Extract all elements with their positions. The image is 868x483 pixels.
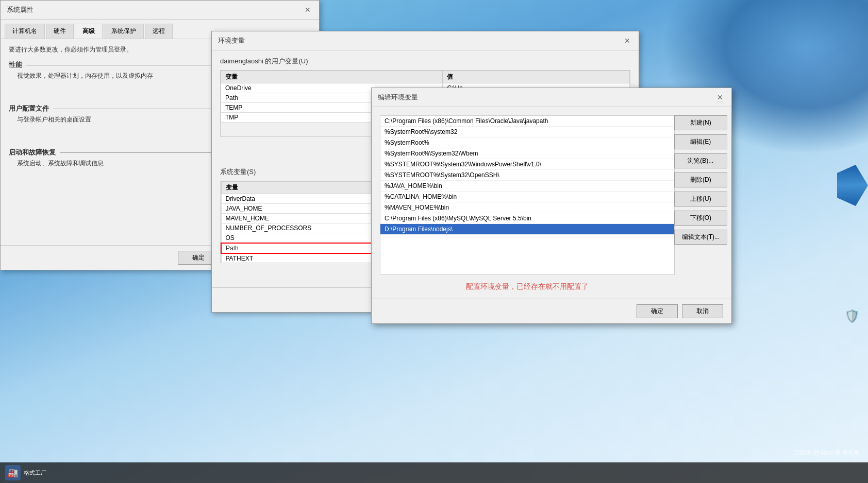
edit-env-path-item[interactable]: %MAVEN_HOME%\bin [380, 202, 674, 213]
tab-hardware[interactable]: 硬件 [46, 24, 74, 39]
edit-env-list[interactable]: C:\Program Files (x86)\Common Files\Orac… [380, 115, 675, 275]
system-props-title: 系统属性 [7, 5, 34, 14]
env-title: 环境变量 [218, 36, 245, 45]
edit-env-edit-button[interactable]: 编辑(E) [674, 134, 727, 149]
edit-env-path-item[interactable]: %SystemRoot% [380, 137, 674, 148]
edit-env-path-item[interactable]: %JAVA_HOME%\bin [380, 181, 674, 192]
watermark: CSDN @Java-呆萌老师 [794, 449, 860, 457]
taskbar-factory-label: 格式工厂 [24, 469, 46, 477]
annotation-text: 配置环境变量，已经存在就不用配置了 [380, 279, 675, 295]
tab-advanced[interactable]: 高级 [75, 24, 103, 39]
tab-remote[interactable]: 远程 [145, 24, 173, 39]
edit-env-edittext-button[interactable]: 编辑文本(T)... [674, 230, 727, 245]
edit-env-new-button[interactable]: 新建(N) [674, 115, 727, 130]
shield-icon: 🛡️ [844, 309, 860, 323]
edit-env-path-item[interactable]: %SYSTEMROOT%\System32\OpenSSH\ [380, 170, 674, 181]
edit-env-path-item[interactable]: %CATALINA_HOME%\bin [380, 192, 674, 202]
edit-env-close-button[interactable]: ✕ [715, 92, 725, 102]
taskbar-factory-icon: 🏭 [5, 465, 21, 480]
edit-env-path-item[interactable]: %SystemRoot%\System32\Wbem [380, 148, 674, 159]
edit-env-path-item[interactable]: D:\Program Files\nodejs\ [380, 224, 674, 235]
env-close-button[interactable]: ✕ [622, 36, 632, 46]
edit-env-footer: 确定 取消 [372, 299, 731, 323]
edit-env-content: C:\Program Files (x86)\Common Files\Orac… [372, 107, 731, 299]
taskbar-item-factory[interactable]: 🏭 格式工厂 [0, 463, 52, 482]
edit-env-up-button[interactable]: 上移(U) [674, 192, 727, 206]
user-profile-label: 用户配置文件 [9, 104, 49, 113]
edit-env-buttons-panel: 新建(N) 编辑(E) 浏览(B)... 删除(D) 上移(U) 下移(O) 编… [674, 115, 727, 245]
system-props-close-button[interactable]: ✕ [303, 5, 313, 15]
edit-env-delete-button[interactable]: 删除(D) [674, 173, 727, 187]
edit-env-ok-button[interactable]: 确定 [637, 304, 678, 318]
edit-env-browse-button[interactable]: 浏览(B)... [674, 153, 727, 168]
env-titlebar: 环境变量 ✕ [212, 31, 639, 50]
system-props-titlebar: 系统属性 ✕ [1, 1, 319, 20]
tab-computer-name[interactable]: 计算机名 [5, 24, 45, 39]
edit-env-path-item[interactable]: C:\Program Files (x86)\Common Files\Orac… [380, 116, 674, 127]
edit-env-path-item[interactable]: C:\Program Files (x86)\MySQL\MySQL Serve… [380, 213, 674, 224]
edit-env-path-item[interactable]: %SYSTEMROOT%\System32\WindowsPowerShell\… [380, 159, 674, 170]
user-col-var: 变量 [221, 71, 443, 83]
edit-env-title: 编辑环境变量 [378, 93, 418, 102]
startup-label: 启动和故障恢复 [9, 148, 56, 157]
edit-env-cancel-button[interactable]: 取消 [682, 304, 723, 318]
edit-env-path-item[interactable]: %SystemRoot%\system32 [380, 127, 674, 137]
user-vars-title: daimenglaoshi 的用户变量(U) [220, 57, 630, 66]
edit-env-down-button[interactable]: 下移(O) [674, 211, 727, 226]
edit-env-titlebar: 编辑环境变量 ✕ [372, 88, 731, 107]
edit-env-dialog: 编辑环境变量 ✕ C:\Program Files (x86)\Common F… [371, 88, 732, 324]
performance-label: 性能 [9, 60, 22, 70]
user-col-val: 值 [443, 71, 630, 83]
tab-system-protection[interactable]: 系统保护 [104, 24, 144, 39]
taskbar: 🏭 格式工厂 [0, 462, 868, 483]
